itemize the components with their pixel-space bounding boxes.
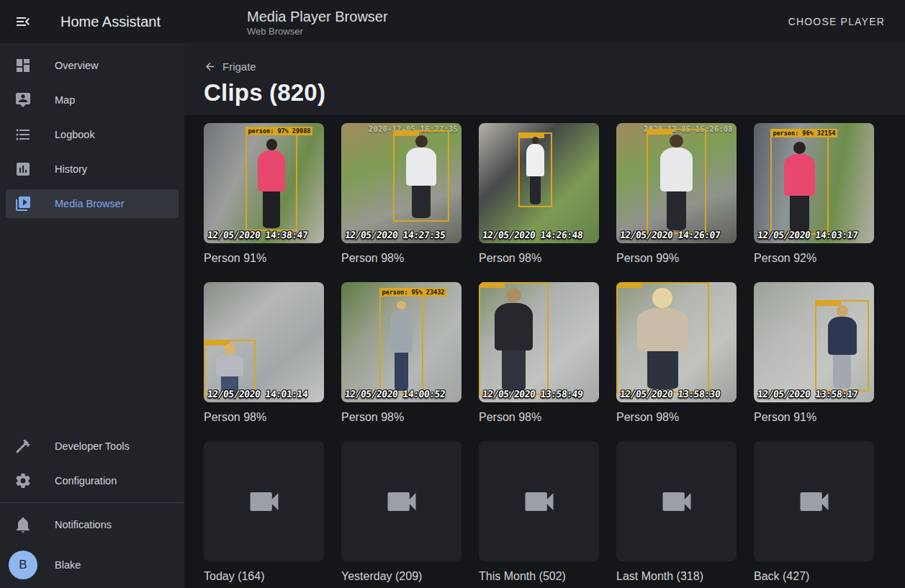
arrow-left-icon [204, 60, 216, 73]
person-legs [263, 191, 280, 227]
logbook-list-icon [14, 126, 32, 143]
folder-tile[interactable]: Yesterday (209) [341, 441, 461, 586]
sidebar-item-label: Logbook [55, 129, 95, 140]
clip-thumbnail: 12/05/2020 13:58:30 [616, 282, 737, 402]
clip-tile[interactable]: person: 97% 29988 12/05/2020 14:38:47 Pe… [204, 123, 324, 268]
clip-caption: Person 98% [479, 252, 599, 268]
person-legs [833, 355, 851, 388]
video-camera-icon [521, 483, 558, 520]
sidebar-item-overview[interactable]: Overview [0, 48, 184, 83]
sidebar-item-label: Overview [55, 60, 98, 71]
clip-timestamp: 12/05/2020 13:58:49 [482, 389, 583, 399]
folder-thumbnail [204, 441, 324, 561]
person-torso [216, 355, 243, 376]
hammer-icon [14, 438, 32, 455]
sidebar-item-label: Map [55, 94, 75, 106]
sidebar-item-logbook[interactable]: Logbook [0, 117, 184, 152]
person-head [652, 288, 672, 308]
clip-thumbnail: person: 95% 23432 12/05/2020 14:00:52 [341, 282, 461, 402]
folder-caption: Today (164) [204, 570, 324, 586]
sidebar-item-label: Notifications [55, 519, 112, 530]
folder-thumbnail [479, 441, 599, 561]
clip-thumbnail: person: 96% 32154 12/05/2020 14:03:17 [754, 123, 874, 243]
content-header: Frigate Clips (820) [184, 43, 905, 115]
detection-label-small [479, 282, 505, 288]
page-heading: Media Player Browser Web Browser [247, 6, 388, 37]
person-figure [386, 301, 417, 391]
clip-thumbnail: 2020-12-05 16:26:08 12/05/2020 14:26:07 [616, 123, 737, 243]
sidebar-item-media-browser[interactable]: Media Browser [0, 186, 184, 221]
folder-thumbnail [754, 441, 874, 561]
clip-tile[interactable]: 12/05/2020 13:58:30 Person 98% [616, 282, 737, 427]
sidebar-item-history[interactable]: History [0, 152, 184, 186]
person-head [224, 343, 235, 354]
sidebar-item-configuration[interactable]: Configuration [0, 463, 184, 498]
detection-box [616, 282, 709, 393]
folder-thumbnail [616, 441, 737, 561]
clip-tile[interactable]: 2020-12-05 16:26:08 12/05/2020 14:26:07 … [616, 123, 737, 268]
clip-thumbnail: person: 97% 29988 12/05/2020 14:38:47 [204, 123, 324, 243]
clip-caption: Person 98% [479, 411, 599, 427]
grid-area: person: 97% 29988 12/05/2020 14:38:47 Pe… [184, 115, 905, 588]
clip-caption: Person 99% [616, 252, 737, 268]
sidebar: Overview Map Logbook History Media Brows… [0, 43, 184, 588]
video-camera-icon [796, 483, 833, 520]
sidebar-item-label: Configuration [55, 475, 117, 487]
page-subtitle: Web Browser [247, 25, 388, 37]
clip-caption: Person 98% [341, 411, 461, 427]
media-browser-content: Frigate Clips (820) person: 97% 29988 12… [184, 43, 905, 588]
clip-tile[interactable]: 12/05/2020 13:58:49 Person 98% [479, 282, 599, 427]
clip-thumbnail: 12/05/2020 14:26:48 [479, 123, 599, 243]
detection-box [647, 129, 707, 233]
person-head [670, 135, 683, 148]
breadcrumb[interactable]: Frigate [204, 60, 256, 73]
folder-tile[interactable]: Last Month (318) [616, 441, 737, 586]
person-legs [502, 350, 525, 392]
person-torso [637, 308, 688, 351]
clip-tile[interactable]: 12/05/2020 14:01:14 Person 98% [204, 282, 324, 427]
sidebar-item-developer-tools[interactable]: Developer Tools [0, 429, 184, 463]
clip-tile[interactable]: person: 96% 32154 12/05/2020 14:03:17 Pe… [754, 123, 874, 268]
clips-grid: person: 97% 29988 12/05/2020 14:38:47 Pe… [184, 115, 905, 586]
person-figure [211, 343, 248, 395]
sidebar-item-label: History [55, 163, 87, 175]
folder-tile[interactable]: Back (427) [754, 441, 874, 586]
user-name: Blake [55, 559, 81, 571]
detection-box [393, 130, 449, 222]
person-torso [495, 303, 532, 350]
clip-caption: Person 92% [754, 252, 874, 268]
choose-player-button[interactable]: CHOOSE PLAYER [783, 10, 891, 33]
person-torso [258, 150, 285, 192]
clip-tile[interactable]: 2020-12-05 16:27:35 12/05/2020 14:27:35 … [341, 123, 461, 268]
person-torso [390, 309, 413, 353]
clip-timestamp: 12/05/2020 13:58:30 [619, 389, 721, 399]
clip-tile[interactable]: person: 95% 23432 12/05/2020 14:00:52 Pe… [341, 282, 461, 427]
video-camera-icon [658, 483, 695, 520]
detection-label-small [616, 282, 642, 288]
clip-thumbnail: 2020-12-05 16:27:35 12/05/2020 14:27:35 [341, 123, 461, 243]
clip-tile[interactable]: 12/05/2020 14:26:48 Person 98% [479, 123, 599, 268]
clip-timestamp: 12/05/2020 14:00:52 [344, 389, 446, 399]
detection-box: person: 97% 29988 [246, 134, 297, 231]
person-legs [790, 196, 809, 232]
dashboard-icon [14, 57, 32, 74]
person-figure [654, 135, 698, 230]
sidebar-item-map[interactable]: Map [0, 83, 184, 117]
person-figure [523, 137, 547, 204]
detection-label: person: 95% 23432 [379, 288, 446, 297]
sidebar-user[interactable]: B Blake [0, 542, 184, 588]
clip-caption: Person 91% [204, 252, 324, 268]
detection-box: person: 95% 23432 [379, 295, 423, 394]
folder-caption: Last Month (318) [616, 570, 737, 586]
clip-thumbnail: 12/05/2020 14:01:14 [204, 282, 324, 402]
media-browser-icon [14, 195, 32, 212]
folder-tile[interactable]: Today (164) [204, 441, 324, 586]
menu-open-icon[interactable] [14, 13, 32, 30]
clip-timestamp: 12/05/2020 14:26:48 [482, 230, 583, 240]
sidebar-item-notifications[interactable]: Notifications [0, 507, 184, 542]
clip-tile[interactable]: 12/05/2020 13:58:17 Person 91% [754, 282, 874, 427]
folder-tile[interactable]: This Month (502) [479, 441, 599, 586]
folder-thumbnail [341, 441, 461, 561]
person-legs [395, 353, 409, 390]
avatar: B [9, 551, 37, 579]
